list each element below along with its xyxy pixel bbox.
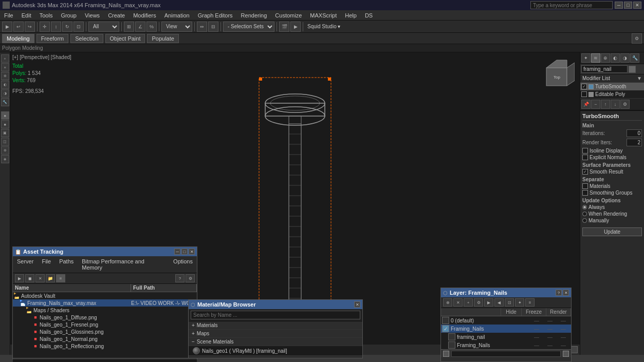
percent-snap-btn[interactable]: % [146,22,157,32]
menu-ds[interactable]: DS [363,11,375,20]
maximize-button[interactable]: □ [624,2,632,9]
layer-bottom-icon[interactable] [443,351,449,357]
tab-object-paint[interactable]: Object Paint [105,34,145,43]
asset-tb-settings[interactable]: ⚙ [186,274,195,282]
asset-row-normal[interactable]: ■ Nails_geo_1_Normal.png [13,335,197,342]
asset-menu-file[interactable]: File [40,257,53,272]
layer-row-default[interactable]: 0 (default) — — — [441,316,571,325]
asset-row-vault[interactable]: ▸📁 Autodesk Vault [13,292,197,299]
layer-row-framing-nails-child[interactable]: Framing_Nails — — — [441,341,571,349]
tab-modeling[interactable]: Modeling [2,34,34,43]
layer-help-btn[interactable]: ? [556,290,562,296]
ts-materials-checkbox[interactable] [582,183,588,189]
sidebar-modify[interactable]: ≡ [1,63,9,71]
mat-item-nails[interactable]: Nails_geo1 ( VRayMtl ) [framing_nail] [189,346,362,356]
ts-smooth-checkbox[interactable] [582,169,588,175]
asset-window-close[interactable]: ✕ [189,249,195,255]
layer-row-framing-nail[interactable]: framing_nail — — — [441,333,571,341]
asset-status-input[interactable] [13,359,197,362]
scale-btn[interactable]: ⊡ [73,22,84,32]
asset-row-diffuse[interactable]: ■ Nails_geo_1_Diffuse.png [13,314,197,321]
layer-tb-settings[interactable]: ⚙ [474,298,483,307]
rp-tab-utilities[interactable]: 🔧 [630,53,639,63]
mirror-btn[interactable]: ⇔ [197,22,207,32]
layer-tb-add[interactable]: + [464,298,473,307]
modifier-turbosmooth[interactable]: TurboSmooth [580,83,644,90]
layer-nail-check[interactable] [448,333,455,340]
sidebar-create[interactable]: + [1,54,9,63]
asset-window-maximize[interactable]: □ [181,249,188,255]
sidebar-motion[interactable]: ◐ [1,81,9,89]
ts-smoothgroups-checkbox[interactable] [582,190,588,196]
minimize-button[interactable]: ─ [615,2,623,9]
tab-freeform[interactable]: Freeform [36,34,69,43]
layer-tb-btn7[interactable]: ⊡ [505,298,514,307]
ts-render-iters-input[interactable] [627,139,642,146]
color-swatch[interactable] [629,66,636,73]
viewport-lock[interactable] [571,346,578,353]
object-name-input[interactable] [581,65,628,73]
modifier-turbosmooth-checkbox[interactable] [581,84,587,89]
layer-tb-move[interactable]: ⊕ [443,298,452,307]
mat-search-input[interactable] [191,311,360,319]
mod-btn-move-up[interactable]: ↑ [601,100,610,109]
menu-modifiers[interactable]: Modifiers [131,11,158,20]
layer-tb-delete[interactable]: ✕ [453,298,463,307]
tab-populate[interactable]: Populate [147,34,178,43]
modifier-list-arrow[interactable]: ▼ [637,75,642,81]
toolbar-btn-2[interactable]: ↩ [13,22,24,32]
render-setup-btn[interactable]: 🎬 [279,22,289,32]
asset-tb-help[interactable]: ? [175,274,185,282]
layer-tb-btn5[interactable]: ▶ [484,298,493,307]
select-filter[interactable]: All [88,22,119,32]
rp-tab-modify[interactable]: ≋ [591,53,600,63]
asset-tb-2[interactable]: ◼ [25,274,34,282]
mod-btn-minus[interactable]: − [591,100,600,109]
ts-radio-manually[interactable] [582,218,587,223]
asset-tb-3[interactable]: ✕ [35,274,45,282]
view-dropdown[interactable]: View [161,22,192,32]
ts-explicit-checkbox[interactable] [582,155,588,160]
sidebar-display[interactable]: ◑ [1,89,9,98]
menu-edit[interactable]: Edit [20,11,33,20]
modifier-editable-poly[interactable]: Editable Poly [580,90,644,98]
render-btn[interactable]: ▶ [290,22,301,32]
ts-radio-when-rendering[interactable] [582,212,587,216]
asset-menu-server[interactable]: Server [15,257,35,272]
menu-views[interactable]: Views [83,11,102,20]
asset-row-max-file[interactable]: ▸📄 Framing_Nails_max_vray.max E:\- VIDEO… [13,299,197,307]
sidebar-utilities[interactable]: 🔧 [1,98,9,106]
menu-graph-editors[interactable]: Graph Editors [196,11,235,20]
asset-content[interactable]: ▸📁 Autodesk Vault ▸📄 Framing_Nails_max_v… [13,292,197,358]
menu-file[interactable]: File [2,11,15,20]
toolbar-btn-1[interactable]: ▶ [2,22,12,32]
sidebar-extra-1[interactable]: ■ [1,111,9,120]
close-button[interactable]: ✕ [633,2,641,9]
settings-icon[interactable]: ⚙ [632,33,642,44]
asset-tb-5[interactable]: ≡ [56,274,65,282]
sidebar-extra-6[interactable]: ◈ [1,155,9,163]
modifier-editable-poly-checkbox[interactable] [581,91,587,97]
ts-isoline-checkbox[interactable] [582,148,588,154]
asset-row-maps[interactable]: ▸📁 Maps / Shaders [13,307,197,314]
menu-maxscript[interactable]: MAXScript [308,11,339,20]
rp-tab-display[interactable]: ◑ [620,53,630,63]
layer-nails-child-check[interactable] [448,341,455,349]
align-btn[interactable]: ⊟ [208,22,218,32]
angle-snap-btn[interactable]: ∠ [135,22,145,32]
menu-animation[interactable]: Animation [162,11,192,20]
ts-radio-always[interactable] [582,205,587,209]
menu-rendering[interactable]: Rendering [239,11,269,20]
asset-row-glossines[interactable]: ■ Nails_geo_1_Glossines.png [13,328,197,335]
nav-cube[interactable]: Top [541,58,575,91]
layer-row-framing-nails[interactable]: ✓ Framing_Nails — — — [441,325,571,333]
rotate-btn[interactable]: ↻ [62,22,72,32]
mod-btn-move-down[interactable]: ↓ [611,100,620,109]
asset-window-minimize[interactable]: ─ [174,249,180,255]
asset-menu-options[interactable]: Options [171,257,195,272]
snap-btn[interactable]: ⊞ [124,22,134,32]
mat-section-materials[interactable]: + Materials [189,321,362,330]
layer-bottom-icon2[interactable] [563,351,569,357]
asset-tb-1[interactable]: ▶ [15,274,24,282]
sidebar-extra-2[interactable]: ■ [1,120,9,128]
